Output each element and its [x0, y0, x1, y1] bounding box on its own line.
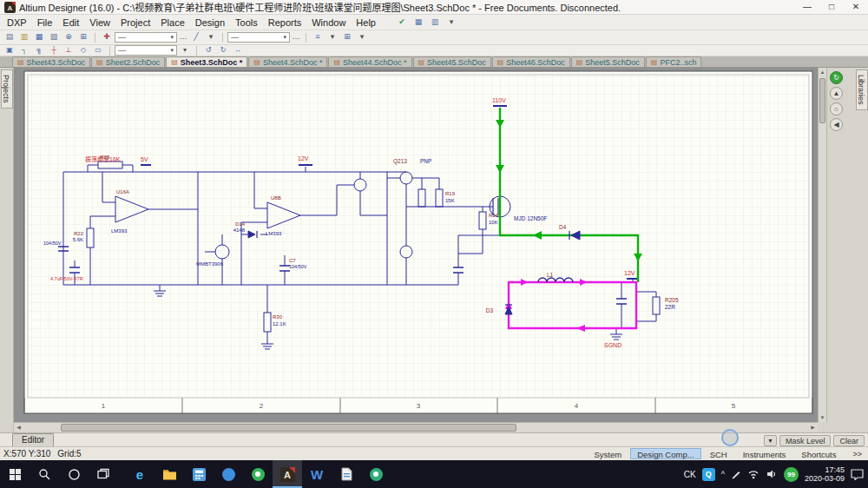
zoom-area-icon[interactable]: ⊞ — [76, 31, 90, 43]
ellipsis-button[interactable]: … — [178, 31, 188, 43]
horizontal-scrollbar[interactable]: ◀ ▶ — [14, 422, 818, 432]
net-label-icon[interactable]: ▭ — [91, 46, 105, 56]
junction-icon[interactable]: ┼ — [47, 46, 61, 56]
volume-icon[interactable] — [766, 469, 778, 479]
mask-icon[interactable]: ▥ — [428, 16, 442, 29]
wire-width-combo[interactable]: —▾ — [115, 45, 177, 56]
rotate-cw-icon[interactable]: ↻ — [216, 46, 230, 56]
action-center-icon[interactable] — [851, 469, 864, 480]
move-icon[interactable]: ↔ — [231, 46, 245, 56]
minimize-button[interactable]: — — [795, 0, 819, 14]
status-panel-instruments[interactable]: Instruments — [736, 448, 793, 459]
panels-expand-button[interactable]: >> — [850, 450, 865, 458]
vertical-scrollbar[interactable]: ▲ ▼ — [818, 68, 826, 422]
editor-tab[interactable]: Editor — [12, 433, 54, 446]
validate-icon[interactable]: ✔ — [395, 16, 409, 29]
tab-sheet44-schdoc-[interactable]: ▤Sheet44.SchDoc * — [328, 56, 411, 67]
tab-sheet2-schdoc[interactable]: ▤Sheet2.SchDoc — [91, 56, 165, 67]
ime-indicator[interactable]: CK — [684, 470, 696, 479]
open-icon[interactable]: ▥ — [17, 31, 31, 43]
taskbar-browser[interactable] — [214, 460, 243, 488]
combo-dropdown-icon[interactable]: ▾ — [178, 46, 192, 56]
menu-file[interactable]: File — [32, 17, 58, 28]
scroll-up-button[interactable]: ▲ — [830, 87, 843, 100]
tray-expand-chevron[interactable]: ^ — [721, 470, 725, 478]
tab-sheet4-schdoc-[interactable]: ▤Sheet4.SchDoc * — [248, 56, 327, 67]
part-icon[interactable]: ◇ — [76, 46, 90, 56]
menu-design[interactable]: Design — [190, 17, 230, 28]
matrix-icon[interactable]: ▦ — [411, 16, 425, 29]
libraries-panel-tab[interactable]: Libraries — [856, 69, 868, 114]
tab-sheet43-schdoc[interactable]: ▤Sheet43.SchDoc — [12, 56, 90, 67]
menu-place[interactable]: Place — [155, 17, 190, 28]
taskbar-green-app[interactable] — [243, 460, 273, 488]
schematic-canvas[interactable]: 12345 振荡频率16K5VR2312V110VQ213PNPU16ALM39… — [14, 68, 818, 422]
status-panel-design-comp-[interactable]: Design Comp... — [630, 448, 700, 459]
menu-project[interactable]: Project — [115, 17, 155, 28]
home-button[interactable]: ⌂ — [830, 102, 843, 115]
menu-view[interactable]: View — [84, 17, 115, 28]
save-icon[interactable]: ▦ — [32, 31, 46, 43]
sync-button[interactable]: ↻ — [830, 71, 843, 84]
tab-sheet3-schdoc-[interactable]: ▤Sheet3.SchDoc * — [166, 56, 247, 67]
maximize-button[interactable]: □ — [819, 0, 844, 14]
scroll-left-arrow[interactable]: ◀ — [14, 423, 23, 432]
line-style-combo[interactable]: —▾ — [115, 32, 177, 43]
taskbar-notes[interactable] — [332, 460, 361, 488]
menu-reports[interactable]: Reports — [263, 17, 307, 28]
menu-tools[interactable]: Tools — [230, 17, 263, 28]
fill-style-combo[interactable]: —▾ — [227, 32, 290, 43]
taskbar-folder[interactable] — [155, 460, 184, 488]
cortana-button[interactable] — [59, 460, 89, 488]
ellipsis2-button[interactable]: … — [291, 31, 301, 43]
horizontal-scroll-thumb[interactable] — [61, 424, 516, 432]
menu-dxp[interactable]: DXP — [2, 17, 32, 28]
grid-icon[interactable]: ⊞ — [340, 31, 354, 43]
vertical-scroll-thumb[interactable] — [819, 78, 825, 123]
taskbar-altium[interactable]: A — [273, 460, 302, 488]
align-icon[interactable]: ≡ — [311, 31, 325, 43]
print-icon[interactable]: ▧ — [47, 31, 61, 43]
qq-icon[interactable]: Q — [702, 468, 715, 481]
status-panel-sch[interactable]: SCH — [703, 448, 734, 459]
pencil-icon[interactable]: ╱ — [189, 31, 203, 43]
scroll-right-arrow[interactable]: ▶ — [808, 423, 818, 432]
cross-select-icon[interactable]: ✚ — [100, 31, 114, 43]
bus-icon[interactable]: ╗ — [32, 46, 46, 56]
power-port-icon[interactable]: ⊥ — [62, 46, 76, 56]
mask-level-button[interactable]: Mask Level — [779, 435, 832, 446]
status-panel-shortcuts[interactable]: Shortcuts — [794, 448, 843, 459]
pencil-dropdown-icon[interactable]: ▾ — [204, 31, 218, 43]
grid-dropdown-icon[interactable]: ▾ — [355, 31, 369, 43]
search-button[interactable] — [30, 460, 59, 488]
menu-edit[interactable]: Edit — [57, 17, 84, 28]
select-icon[interactable]: ▣ — [3, 46, 16, 56]
taskbar-screencap[interactable] — [361, 460, 391, 488]
pen-icon[interactable] — [731, 469, 741, 479]
back-button[interactable]: ◀ — [830, 118, 843, 131]
tab-pfc2-sch[interactable]: ▤PFC2..sch — [646, 56, 702, 67]
zoom-icon[interactable]: ⊕ — [62, 31, 76, 43]
start-button[interactable] — [0, 460, 30, 488]
status-panel-system[interactable]: System — [587, 448, 628, 459]
taskbar-edge[interactable]: e — [125, 460, 155, 488]
projects-panel-tab[interactable]: Projects — [0, 68, 14, 422]
taskbar-calculator[interactable] — [184, 460, 214, 488]
menu-help[interactable]: Help — [351, 17, 381, 28]
message-count-badge[interactable]: 99 — [784, 467, 799, 482]
new-document-icon[interactable]: ▤ — [3, 31, 16, 43]
mask-level-dropdown[interactable]: ▼ — [764, 435, 777, 446]
tab-sheet5-schdoc[interactable]: ▤Sheet5.SchDoc — [571, 56, 645, 67]
clear-button[interactable]: Clear — [833, 435, 865, 446]
scroll-down-arrow[interactable]: ▼ — [819, 413, 826, 422]
taskbar-wps[interactable]: W — [302, 460, 332, 488]
rotate-ccw-icon[interactable]: ↺ — [201, 46, 215, 56]
network-icon[interactable] — [747, 469, 760, 479]
menu-window[interactable]: Window — [306, 17, 351, 28]
tab-sheet46-schdoc[interactable]: ▤Sheet46.SchDoc — [492, 56, 570, 67]
scroll-up-arrow[interactable]: ▲ — [819, 68, 826, 76]
align-dropdown-icon[interactable]: ▾ — [326, 31, 339, 43]
tab-sheet45-schdoc[interactable]: ▤Sheet45.SchDoc — [413, 56, 491, 67]
menu-dropdown-icon[interactable]: ▾ — [444, 16, 458, 29]
wire-icon[interactable]: ┐ — [17, 46, 31, 56]
